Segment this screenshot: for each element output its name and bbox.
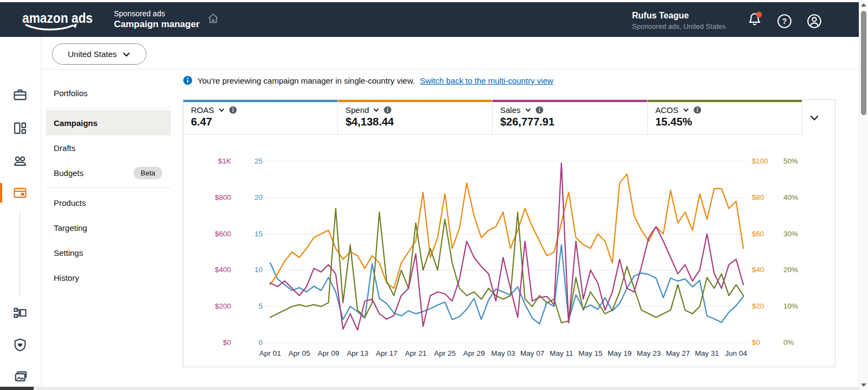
top-navbar: amazon ads Sponsored ads Campaign manage… [0,2,859,37]
subnav-label: Campaigns [54,118,98,128]
subnav-item-settings[interactable]: Settings [46,240,171,265]
y-axis-label-roas: 0 [239,338,263,347]
subnav-item-campaigns[interactable]: Campaigns [46,110,171,135]
y-axis-label-roas: 5 [239,302,263,311]
subnav-label: Drafts [54,143,75,153]
svg-text:?: ? [782,17,787,26]
images-icon[interactable] [12,369,28,385]
subnav-label: Budgets [54,168,84,178]
info-icon[interactable] [229,106,237,114]
vertical-scrollbar-thumb[interactable] [861,11,866,115]
info-icon [183,76,193,85]
y-axis-label-acos: 0% [783,338,816,347]
horizontal-scrollbar-thumb[interactable] [0,387,34,390]
rail-divider [20,212,20,297]
amazon-ads-logo[interactable]: amazon ads [22,8,94,32]
user-scope: Sponsored ads, United States [632,22,726,32]
y-axis-label-acos: 10% [783,302,816,311]
subnav-item-budgets[interactable]: Budgets Beta [46,160,171,185]
y-axis-label-roas: 15 [239,230,263,238]
metric-value: 6.47 [191,116,337,128]
chart-svg [183,135,835,367]
subnav-label: Settings [54,248,83,257]
metric-label: Spend [346,105,369,115]
collapse-chart-chevron-icon[interactable] [808,112,820,124]
metric-value: 15.45% [655,116,802,128]
layout-grid-icon[interactable] [12,121,28,136]
y-axis-label-sales: $600 [196,230,231,238]
y-axis-label-sales: $200 [196,302,231,311]
y-axis-label-sales: $400 [196,266,231,274]
metric-card-acos: ACOS 15.45% [648,100,802,135]
workflow-icon[interactable] [12,305,28,320]
vertical-scrollbar[interactable] [859,0,868,390]
metric-selector-sales[interactable]: Sales [500,105,647,115]
metric-card-spend: Spend $4,138.44 [338,100,493,135]
y-axis-label-roas: 20 [239,193,263,202]
beta-badge: Beta [133,167,162,179]
banner-text: You're previewing campaign manager in si… [197,76,415,85]
campaign-manager-subnav: Portfolios Campaigns Drafts Budgets Beta… [46,80,171,290]
y-axis-label-sales: $800 [196,193,231,202]
page: amazon ads Sponsored ads Campaign manage… [0,0,868,390]
metric-value: $4,138.44 [346,116,492,128]
metric-color-bar [648,100,802,102]
active-rail-indicator [0,183,2,203]
y-axis-label-roas: 25 [239,157,263,166]
product-title-block: Sponsored ads Campaign manager [114,9,200,30]
user-info-block[interactable]: Rufus Teague Sponsored ads, United State… [632,10,726,31]
user-name: Rufus Teague [632,10,726,22]
metric-label: ACOS [655,105,679,115]
account-icon[interactable] [806,13,822,29]
subnav-item-drafts[interactable]: Drafts [46,135,171,160]
scroll-up-arrow[interactable] [861,3,866,7]
metric-color-bar [183,100,337,102]
y-axis-label-acos: 40% [783,193,816,202]
chevron-down-icon [122,50,131,59]
y-axis-label-acos: 30% [783,230,816,238]
app-title: Campaign manager [114,18,200,30]
subnav-label: History [54,273,79,282]
multi-country-link[interactable]: Switch back to the multi-country view [420,76,553,85]
svg-text:amazon ads: amazon ads [22,10,93,26]
y-axis-label-sales: $0 [196,338,231,347]
metric-selector-acos[interactable]: ACOS [655,105,802,115]
info-icon[interactable] [384,106,392,114]
shield-heart-icon[interactable] [12,337,28,353]
briefcase-icon[interactable] [12,87,28,103]
subnav-item-targeting[interactable]: Targeting [46,215,171,240]
scroll-down-arrow[interactable] [861,383,866,387]
metric-selector-roas[interactable]: ROAS [191,105,337,115]
credit-card-icon[interactable] [12,185,28,200]
metric-label: ROAS [191,105,214,115]
subnav-divider [46,108,171,108]
subnav-item-history[interactable]: History [46,265,171,290]
help-icon[interactable]: ? [776,13,793,29]
notifications-bell-icon[interactable] [746,11,763,28]
people-icon[interactable] [12,153,28,168]
metric-selector-spend[interactable]: Spend [346,105,492,115]
product-line: Sponsored ads [114,9,200,19]
x-axis-label: Jun 04 [719,349,754,357]
country-selector-button[interactable]: United States [52,43,146,65]
icon-sidebar [0,37,41,387]
series-acos-line[interactable] [270,209,743,323]
subnav-divider [46,187,171,188]
metric-card-roas: ROAS 6.47 [183,100,338,135]
subnav-item-products[interactable]: Products [46,190,171,215]
metric-color-bar [338,100,492,102]
subnav-label: Products [54,198,86,207]
home-icon[interactable] [207,12,219,24]
y-axis-label-roas: 10 [239,266,263,274]
subnav-item-portfolios[interactable]: Portfolios [46,80,171,105]
preview-info-banner: You're previewing campaign manager in si… [183,72,553,89]
chevron-down-icon [525,106,532,114]
info-icon[interactable] [693,106,701,114]
metric-card-sales: Sales $26,777.91 [493,100,648,135]
notification-dot [756,12,762,18]
info-icon[interactable] [535,106,544,114]
y-axis-label-acos: 50% [783,157,816,166]
subnav-label: Targeting [54,223,87,232]
horizontal-scrollbar[interactable] [0,387,859,390]
chevron-down-icon [218,106,225,114]
